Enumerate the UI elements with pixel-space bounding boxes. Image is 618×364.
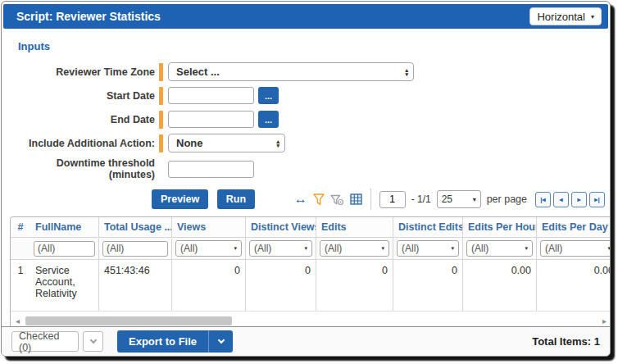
grid-icon[interactable] (350, 193, 362, 205)
layout-mode-value: Horizontal (537, 11, 585, 23)
form-row-start-date: Start Date ... (18, 86, 610, 105)
resize-horizontal-icon[interactable]: ↔ (294, 193, 307, 205)
footer-bar: Checked (0) Export to File Total Items: … (2, 326, 610, 356)
row-distinct-edits: 0 (393, 260, 463, 311)
column-header-distinct-edits[interactable]: Distinct Edits (393, 217, 463, 237)
run-button[interactable]: Run (217, 189, 255, 209)
title-bar: Script: Reviewer Statistics Horizontal ▾ (3, 4, 608, 29)
script-window: Script: Reviewer Statistics Horizontal ▾… (1, 1, 611, 357)
end-date-input[interactable] (168, 111, 254, 128)
page-title: Script: Reviewer Statistics (16, 10, 161, 23)
chevron-down-icon (217, 337, 224, 344)
filter-views-select[interactable]: (All)▾ (175, 240, 242, 257)
export-dropdown-section[interactable] (208, 330, 233, 353)
include-additional-action-select[interactable]: None ▴▾ (168, 134, 285, 152)
inputs-section: Inputs Reviewer Time Zone Select ... ▴▾ … (2, 29, 610, 180)
column-header-views[interactable]: Views (172, 217, 246, 237)
form-row-downtime-threshold: Downtime threshold (minutes) (18, 157, 610, 180)
scroll-left-icon[interactable]: ◂ (16, 317, 20, 325)
table-row[interactable]: 1 Service Account, Relativity 451:43:46 … (11, 260, 611, 312)
page-size-value: 25 (442, 193, 452, 205)
table-filter-row: (All)▾ (All)▾ (All)▾ (All)▾ (All)▾ (All)… (11, 238, 611, 260)
actions-row: Preview Run ↔ - 1/1 25 ▾ per page |◂ (2, 185, 610, 215)
chevron-down-icon (89, 337, 96, 344)
grid-toolbar: ↔ - 1/1 25 ▾ per page |◂ ◂ ▸ ▸| (294, 189, 605, 210)
results-table: # FullName Total Usage ... Views Distinc… (11, 217, 611, 312)
select-spinner-icon: ▴▾ (405, 68, 408, 76)
clear-filter-icon[interactable] (330, 193, 344, 206)
current-page-input[interactable] (379, 191, 406, 208)
filter-fullname-input[interactable] (34, 241, 95, 257)
row-views: 0 (172, 260, 246, 311)
filter-edits-per-day-select[interactable]: (All)▾ (540, 240, 611, 257)
script-buttons: Preview Run (152, 189, 260, 209)
filter-distinct-views-select[interactable]: (All)▾ (249, 240, 312, 257)
scrollbar-thumb[interactable] (25, 316, 232, 325)
divider (370, 189, 371, 210)
required-marker (159, 134, 163, 152)
pagination-nav: |◂ ◂ ▸ ▸| (535, 192, 605, 207)
required-marker (159, 87, 163, 105)
select-spinner-icon: ▴▾ (276, 139, 279, 148)
include-additional-action-label: Include Additional Action: (18, 138, 159, 149)
scroll-right-icon[interactable]: ▸ (602, 317, 607, 325)
column-header-edits-per-day[interactable]: Edits Per Day (537, 217, 611, 237)
chevron-down-icon: ▾ (591, 13, 594, 20)
filter-icon[interactable] (313, 193, 325, 206)
required-marker (159, 63, 163, 81)
chevron-down-icon: ▾ (607, 245, 611, 252)
start-date-input[interactable] (168, 87, 254, 104)
row-edits-per-day: 0.00 (537, 260, 611, 311)
page-range-label: - 1/1 (411, 193, 431, 205)
end-date-picker-button[interactable]: ... (258, 111, 279, 128)
next-page-button[interactable]: ▸ (571, 192, 587, 207)
export-to-file-button[interactable]: Export to File (117, 330, 233, 353)
results-grid: # FullName Total Usage ... Views Distinc… (10, 216, 611, 334)
form-row-reviewer-time-zone: Reviewer Time Zone Select ... ▴▾ (18, 62, 610, 81)
row-num: 1 (11, 260, 30, 311)
reviewer-time-zone-select[interactable]: Select ... ▴▾ (168, 62, 414, 81)
end-date-label: End Date (18, 114, 159, 125)
column-header-num[interactable]: # (11, 217, 30, 237)
horizontal-scrollbar: ◂ ▸ (16, 315, 607, 327)
row-edits: 0 (316, 260, 393, 311)
scrollbar-track[interactable] (22, 316, 600, 325)
checked-count[interactable]: Checked (0) (11, 331, 79, 352)
filter-cell-empty (11, 246, 30, 251)
row-fullname: Service Account, Relativity (30, 260, 99, 311)
chevron-down-icon: ▾ (451, 245, 454, 252)
chevron-down-icon: ▾ (234, 245, 237, 252)
filter-distinct-edits-select[interactable]: (All)▾ (397, 240, 459, 257)
checked-dropdown-button[interactable] (83, 331, 103, 352)
row-distinct-views: 0 (246, 260, 316, 311)
per-page-label: per page (487, 193, 527, 205)
column-header-distinct-views[interactable]: Distinct Views (246, 217, 316, 237)
reviewer-time-zone-value: Select ... (176, 66, 220, 78)
first-page-button[interactable]: |◂ (535, 192, 551, 207)
chevron-down-icon: ▾ (304, 245, 307, 252)
filter-edits-select[interactable]: (All)▾ (320, 240, 389, 257)
include-additional-action-value: None (176, 137, 203, 149)
inputs-section-title: Inputs (18, 40, 610, 52)
chevron-down-icon: ▾ (525, 245, 528, 252)
filter-total-usage-input[interactable] (102, 241, 168, 257)
column-header-edits[interactable]: Edits (316, 217, 393, 237)
table-header-row: # FullName Total Usage ... Views Distinc… (11, 217, 611, 238)
reviewer-time-zone-label: Reviewer Time Zone (18, 66, 159, 78)
preview-button[interactable]: Preview (152, 189, 208, 209)
downtime-threshold-input[interactable] (168, 161, 254, 178)
downtime-threshold-label: Downtime threshold (minutes) (18, 157, 159, 180)
column-header-edits-per-hour[interactable]: Edits Per Hour (463, 217, 537, 237)
layout-mode-select[interactable]: Horizontal ▾ (529, 7, 602, 25)
form-row-include-additional-action: Include Additional Action: None ▴▾ (18, 134, 610, 152)
prev-page-button[interactable]: ◂ (553, 192, 569, 207)
filter-edits-per-hour-select[interactable]: (All)▾ (466, 240, 533, 257)
column-header-total-usage[interactable]: Total Usage ... (99, 217, 172, 237)
chevron-down-icon: ▾ (473, 196, 476, 203)
start-date-picker-button[interactable]: ... (258, 87, 279, 104)
page-size-select[interactable]: 25 ▾ (437, 190, 481, 208)
row-total-usage: 451:43:46 (99, 260, 172, 311)
last-page-button[interactable]: ▸| (589, 192, 605, 207)
total-items-label: Total Items: 1 (532, 335, 600, 348)
column-header-fullname[interactable]: FullName (30, 217, 99, 237)
